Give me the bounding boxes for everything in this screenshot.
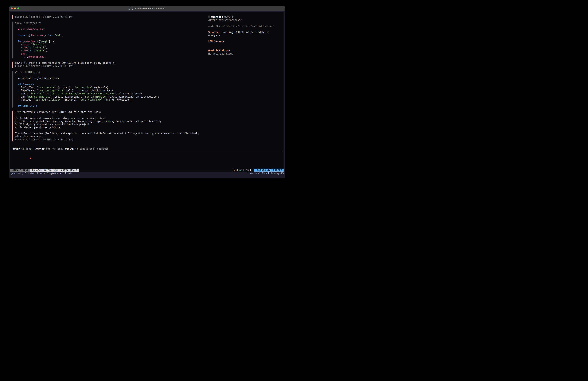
- text-segment: OpenCode: [211, 16, 223, 18]
- text-segment: for newline,: [44, 147, 65, 150]
- text-segment: I've created a comprehensive CONTEXT.md …: [15, 111, 101, 113]
- text-segment: `bun db generate`: [27, 95, 52, 98]
- terminal-line: 3. CSS styling conventions specific to t…: [15, 123, 284, 126]
- text-segment: Bun: [18, 40, 22, 43]
- text-segment: 1. Build/lint/test commands including ho…: [15, 117, 105, 120]
- text-segment: LSP Servers: [208, 40, 224, 43]
- text-segment: The file is concise (20 lines) and captu…: [15, 132, 199, 135]
- diagnostic-badge-w: w0: [233, 169, 238, 172]
- text-segment: Modified Files:: [208, 49, 230, 52]
- text-segment: stderr: [21, 49, 30, 52]
- text-segment: [30, 43, 31, 46]
- text-segment: (create migrations),: [52, 95, 84, 98]
- terminal-line: [208, 28, 274, 31]
- terminal-line: Modified Files:: [208, 49, 274, 52]
- text-segment: 4. Database operations guidance: [15, 126, 60, 129]
- text-segment: :: [25, 52, 27, 55]
- terminal-line: LSP Servers: [208, 40, 274, 43]
- text-segment: "inherit": [33, 46, 46, 49]
- i-circle-icon: i: [239, 169, 242, 171]
- text-segment: Resource: [31, 34, 43, 37]
- terminal-line: [15, 80, 284, 83]
- text-segment: !: [20, 28, 21, 31]
- text-segment: ## Commands: [15, 83, 34, 86]
- text-segment: "sst": [55, 34, 62, 37]
- text-segment: :: [28, 43, 30, 46]
- terminal-line: 2. Code style guidelines covering import…: [15, 120, 284, 123]
- text-segment: from: [47, 34, 53, 37]
- text-segment: `bun run dev`: [73, 86, 92, 89]
- text-segment: Session: [208, 31, 218, 34]
- text-segment: -: [18, 92, 20, 95]
- terminal-line: - Build/Dev: `bun run dev` (project), `b…: [15, 86, 284, 89]
- text-segment: Claude 3.7 Sonnet (14 May 2025 03:41 PM): [15, 16, 73, 18]
- text-segment: `bun test packages/core/test/transaction…: [50, 92, 122, 95]
- message-block: Now I'll create a comprehensive CONTEXT.…: [12, 62, 284, 68]
- terminal-line: ## Code Style: [15, 104, 284, 108]
- text-segment: 0.0.45: [223, 16, 233, 18]
- text-segment: [15, 49, 21, 52]
- terminal-line: github.com/sst/opencode: [208, 19, 274, 22]
- terminal-line: cwd: /home/thdxr/dev/projects/radiant/ra…: [208, 25, 274, 28]
- text-segment: 3. CSS styling conventions specific to t…: [15, 123, 89, 126]
- h-circle-icon: h: [246, 169, 249, 171]
- text-segment: [53, 34, 55, 37]
- text-segment: [15, 52, 21, 55]
- text-segment: or: [44, 92, 50, 95]
- text-segment: (install),: [62, 98, 79, 101]
- terminal-line: © OpenCode 0.0.45: [208, 16, 274, 19]
- text-segment: [15, 34, 18, 37]
- text-segment: `bun db migrate`: [84, 95, 107, 98]
- text-segment: Package:: [20, 98, 34, 101]
- text-segment: ,: [46, 49, 47, 52]
- input-divider: [12, 152, 282, 152]
- diagnostic-badge-i: i0: [239, 169, 244, 172]
- text-segment: ], {: [49, 40, 55, 43]
- text-segment: "inherit": [33, 49, 46, 52]
- screen: [2/3] radiant:3:opencode - "romulus" Cla…: [0, 0, 294, 190]
- tmux-session-time: "romulus" 15:41 14-May-25: [247, 172, 284, 175]
- text-segment: # Radiant Project Guidelines: [15, 77, 59, 80]
- session-sidebar: © OpenCode 0.0.45github.com/sst/opencode…: [208, 16, 274, 55]
- text-segment: spawnSync: [24, 40, 37, 43]
- text-segment: ,: [44, 55, 46, 58]
- text-segment: stdin: [21, 43, 28, 46]
- terminal-line: Write: CONTEXT.md: [15, 71, 284, 74]
- text-segment: -: [18, 98, 20, 101]
- badge-count: 0: [243, 169, 244, 172]
- message-input[interactable]: >: [12, 154, 284, 157]
- terminal-line: ...process.env,: [15, 55, 284, 58]
- text-segment: {: [27, 52, 30, 55]
- text-segment: ©: [208, 16, 211, 18]
- text-segment: DB:: [20, 95, 27, 98]
- tmux-windows[interactable]: [radiant] 1:nvim 2:zsh- 3:opencode* 4:zs…: [10, 172, 72, 175]
- input-prompt: >: [30, 157, 31, 159]
- text-segment: {: [27, 34, 31, 37]
- terminal-line: [15, 129, 284, 132]
- terminal-line: [208, 22, 274, 25]
- text-segment: env: [21, 52, 25, 55]
- terminal-line: [208, 46, 274, 49]
- terminal-line: # Radiant Project Guidelines: [15, 77, 284, 80]
- terminal-line: Claude 3.7 Sonnet (14 May 2025 03:41 PM): [15, 138, 284, 141]
- status-right-group: w0i0h0 Claude 3.7 Sonnet: [233, 169, 284, 172]
- text-segment: [15, 86, 18, 89]
- text-segment: ,: [46, 46, 47, 49]
- terminal-line: Claude 3.7 Sonnet (14 May 2025 03:41 PM): [15, 65, 284, 68]
- terminal-line: [15, 114, 284, 117]
- text-segment: analysis: [208, 34, 220, 37]
- text-segment: ,: [44, 43, 46, 46]
- terminal-line: Now I'll create a comprehensive CONTEXT.…: [15, 62, 284, 65]
- terminal-line: The file is concise (20 lines) and captu…: [15, 132, 284, 135]
- terminal-line: - TypeCheck: `bun run typecheck` (all) o…: [15, 89, 284, 92]
- terminal-line: 4. Database operations guidance: [15, 126, 284, 129]
- text-segment: stdout: [21, 46, 30, 49]
- window-titlebar[interactable]: [2/3] radiant:3:opencode - "romulus": [9, 6, 285, 11]
- text-segment: TypeCheck:: [20, 89, 37, 92]
- text-segment: [15, 92, 18, 95]
- text-segment: #: [15, 28, 20, 31]
- model-chip: Claude 3.7 Sonnet: [254, 169, 284, 172]
- text-segment: ;: [62, 34, 63, 37]
- tokens-cost-chip: Tokens: 16.4K (8%), Cost: $0.12: [30, 169, 79, 172]
- text-segment: /usr/bin/env bun: [21, 28, 44, 31]
